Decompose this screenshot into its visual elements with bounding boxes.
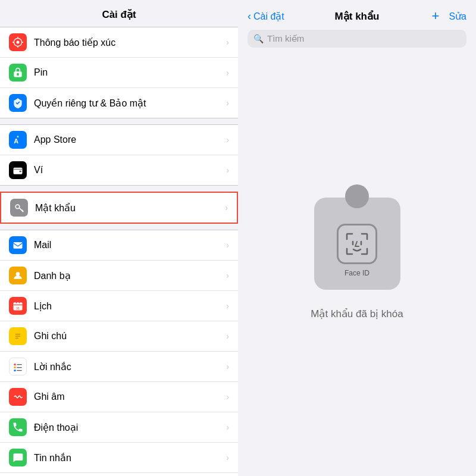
settings-group-4: Mail › Danh bạ › 31 Lịch › Ghi chú › — [0, 230, 238, 476]
header-actions: + Sửa — [432, 8, 466, 24]
pin-icon — [9, 64, 27, 82]
settings-item-danh-ba[interactable]: Danh bạ › — [0, 261, 238, 291]
dien-thoai-chevron: › — [226, 422, 229, 432]
quyen-rieng-tu-icon — [9, 94, 27, 112]
danh-ba-chevron: › — [226, 271, 229, 280]
add-button[interactable]: + — [432, 8, 440, 24]
svg-point-1 — [17, 41, 20, 44]
settings-item-facetime[interactable]: FaceTime › — [0, 473, 238, 476]
settings-item-thong-bao[interactable]: Thông báo tiếp xúc › — [0, 27, 238, 58]
settings-item-tin-nhan[interactable]: Tin nhắn › — [0, 443, 238, 473]
locked-content: Face ID Mật khẩu đã bị khóa — [238, 54, 476, 476]
mat-khau-icon — [10, 199, 28, 217]
left-panel-title: Cài đặt — [0, 0, 238, 27]
vi-label: Ví — [34, 165, 226, 176]
back-button[interactable]: ‹ Cài đặt — [248, 10, 284, 23]
svg-point-22 — [14, 364, 15, 365]
thong-bao-icon — [9, 33, 27, 51]
vi-chevron: › — [226, 165, 229, 175]
svg-point-11 — [15, 205, 20, 209]
svg-rect-7 — [17, 73, 18, 76]
face-id-illustration: Face ID — [314, 174, 400, 290]
app-store-label: App Store — [34, 134, 226, 145]
search-bar[interactable]: 🔍 Tìm kiếm — [248, 30, 466, 48]
mail-chevron: › — [226, 240, 229, 250]
ghi-chu-label: Ghi chú — [34, 331, 226, 342]
thong-bao-label: Thông báo tiếp xúc — [34, 37, 226, 48]
ghi-am-chevron: › — [226, 392, 229, 402]
svg-text:A: A — [14, 137, 18, 145]
edit-button[interactable]: Sửa — [449, 11, 466, 22]
danh-ba-label: Danh bạ — [34, 270, 226, 281]
ghi-chu-chevron: › — [226, 331, 229, 341]
tin-nhan-icon — [9, 449, 27, 466]
lich-label: Lịch — [34, 300, 226, 312]
search-placeholder: Tìm kiếm — [267, 33, 304, 44]
svg-rect-10 — [20, 171, 21, 173]
ghi-am-label: Ghi âm — [34, 392, 226, 402]
settings-item-dien-thoai[interactable]: Điện thoại › — [0, 412, 238, 443]
svg-rect-15 — [16, 302, 17, 303]
face-id-label: Face ID — [345, 269, 369, 277]
settings-item-lich[interactable]: 31 Lịch › — [0, 291, 238, 321]
search-icon: 🔍 — [253, 34, 264, 43]
settings-item-loi-nhac[interactable]: Lời nhắc › — [0, 352, 238, 382]
pin-label: Pin — [34, 67, 226, 78]
settings-item-quyen-rieng-tu[interactable]: Quyền riêng tư & Bảo mật › — [0, 88, 238, 118]
mail-label: Mail — [34, 240, 226, 250]
pin-chevron: › — [226, 68, 229, 77]
right-panel-title: Mật khẩu — [335, 10, 380, 23]
settings-item-mail[interactable]: Mail › — [0, 230, 238, 261]
loi-nhac-icon — [9, 358, 27, 375]
tin-nhan-label: Tin nhắn — [34, 452, 226, 464]
loi-nhac-label: Lời nhắc — [34, 361, 226, 372]
ghi-chu-icon — [9, 327, 27, 345]
settings-group-1: Thông báo tiếp xúc › Pin › Quyền riêng t… — [0, 27, 238, 118]
settings-item-app-store[interactable]: A App Store › — [0, 125, 238, 155]
danh-ba-icon — [9, 267, 27, 284]
mat-khau-chevron: › — [225, 203, 228, 212]
back-label: Cài đặt — [253, 11, 284, 22]
locked-text: Mật khẩu đã bị khóa — [311, 308, 403, 320]
svg-text:31: 31 — [16, 306, 20, 310]
svg-rect-16 — [19, 302, 20, 303]
settings-group-2: A App Store › Ví › — [0, 124, 238, 186]
settings-left-panel: Cài đặt Thông báo tiếp xúc › Pin › Quyền… — [0, 0, 238, 476]
mat-khau-label: Mật khẩu — [35, 202, 225, 214]
dien-thoai-icon — [9, 418, 27, 436]
ghi-am-icon — [9, 388, 27, 406]
lich-icon: 31 — [9, 297, 27, 315]
svg-rect-12 — [14, 242, 23, 249]
quyen-rieng-tu-label: Quyền riêng tư & Bảo mật — [34, 98, 226, 109]
face-id-head — [345, 184, 369, 208]
lich-chevron: › — [226, 301, 229, 311]
face-id-frame — [337, 224, 377, 264]
face-id-card: Face ID — [314, 198, 400, 290]
settings-group-3: Mật khẩu › — [0, 192, 238, 224]
mail-icon — [9, 236, 27, 254]
app-store-chevron: › — [226, 135, 229, 145]
svg-point-13 — [16, 272, 20, 276]
vi-icon — [9, 161, 27, 179]
thong-bao-chevron: › — [226, 37, 229, 47]
settings-item-pin[interactable]: Pin › — [0, 58, 238, 88]
svg-point-23 — [14, 367, 15, 368]
settings-item-ghi-am[interactable]: Ghi âm › — [0, 382, 238, 412]
settings-item-ghi-chu[interactable]: Ghi chú › — [0, 321, 238, 352]
tin-nhan-chevron: › — [226, 453, 229, 462]
app-store-icon: A — [9, 131, 27, 149]
dien-thoai-label: Điện thoại — [34, 422, 226, 433]
loi-nhac-chevron: › — [226, 362, 229, 371]
right-header: ‹ Cài đặt Mật khẩu + Sửa — [238, 0, 476, 30]
settings-item-mat-khau[interactable]: Mật khẩu › — [1, 193, 237, 223]
quyen-rieng-tu-chevron: › — [226, 98, 229, 108]
back-chevron-icon: ‹ — [248, 10, 251, 23]
settings-item-vi[interactable]: Ví › — [0, 155, 238, 185]
svg-point-24 — [14, 369, 15, 371]
face-id-svg — [344, 231, 370, 257]
passwords-right-panel: ‹ Cài đặt Mật khẩu + Sửa 🔍 Tìm kiếm — [238, 0, 476, 476]
